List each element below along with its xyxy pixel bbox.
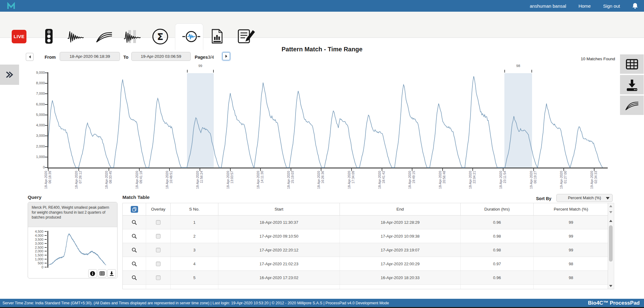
x-tick — [382, 168, 382, 171]
x-tick-label: 18-Apr-202006:18:39 — [44, 171, 52, 197]
col-header-duration[interactable]: Duration (hrs) — [461, 203, 534, 215]
x-tick-label: 18-Apr-202017:34:09 — [347, 171, 355, 197]
sign-out-link[interactable]: Sign out — [603, 3, 620, 9]
col-header-end[interactable]: End — [340, 203, 461, 215]
show-table-button[interactable] — [620, 54, 644, 74]
x-tick-label: 18-Apr-202022:04:21 — [468, 171, 476, 197]
y-tick — [45, 136, 47, 136]
module-toolbar: LIVE Σ — [0, 12, 644, 38]
download-icon — [109, 271, 114, 276]
right-arrow-icon — [225, 54, 228, 58]
signal-phases-icon[interactable] — [123, 30, 141, 44]
overlay-curves-button[interactable] — [620, 96, 644, 115]
server-info-text: Server Time Zone: India Standard Time (G… — [2, 301, 389, 305]
live-badge[interactable]: LIVE — [12, 30, 26, 43]
pages-value: 3/4 — [208, 55, 214, 60]
x-tick-label: 18-Apr-202016:26:36 — [317, 171, 325, 197]
from-label: From — [45, 55, 56, 60]
main-signal-chart[interactable] — [48, 73, 606, 168]
magnifier-icon — [132, 289, 137, 290]
row-zoom-cell[interactable] — [123, 285, 146, 289]
row-zoom-cell[interactable] — [123, 215, 146, 229]
x-tick — [200, 168, 200, 171]
status-lights-icon[interactable] — [45, 29, 53, 44]
cell-start: 17-Apr-2020 22:20:12 — [218, 243, 340, 257]
match-table: Overlay S No. Start End Duration (hrs) P… — [122, 203, 608, 289]
scrollbar-thumb[interactable] — [609, 225, 613, 262]
x-tick-label: 19-Apr-202001:27:00 — [559, 171, 567, 197]
status-bar: Server Time Zone: India Standard Time (G… — [0, 299, 644, 307]
grid-table-icon — [100, 271, 105, 276]
cell-percent-match: 99 — [534, 229, 608, 243]
cell-end — [340, 285, 461, 289]
y-tick-label: 3,000 — [27, 134, 45, 137]
row-zoom-cell[interactable] — [123, 229, 146, 243]
query-y-tick — [45, 247, 47, 248]
sort-by-value: Percent Match (%) — [568, 195, 601, 200]
scroll-up-icon[interactable] — [609, 220, 612, 222]
table-row: 516-Apr-2020 17:23:0216-Apr-2020 18:20:3… — [123, 271, 608, 285]
user-name[interactable]: anshuman bansal — [530, 3, 566, 9]
col-header-overlay[interactable]: Overlay — [146, 203, 171, 215]
matches-found-text: 10 Matches Found — [554, 57, 615, 61]
scroll-down-icon[interactable] — [609, 285, 612, 287]
download-icon — [626, 78, 638, 91]
cell-percent-match: 99 — [534, 243, 608, 257]
query-table-button[interactable] — [98, 269, 106, 278]
x-tick — [321, 168, 321, 171]
pattern-match-scope-icon[interactable] — [182, 30, 200, 43]
query-y-tick-label: 500 — [30, 261, 43, 265]
cell-end: 17-Apr-2020 22:00:29 — [340, 257, 461, 270]
x-tick-label: 18-Apr-202023:11:54 — [499, 171, 507, 197]
cell-end: 17-Apr-2020 10:09:38 — [340, 229, 461, 243]
overlay-checkbox[interactable] — [156, 275, 161, 280]
match-table-body: 118-Apr-2020 11:30:3718-Apr-2020 12:28:2… — [123, 215, 608, 289]
overlay-checkbox[interactable] — [156, 220, 161, 225]
query-y-tick-label: 4,500 — [30, 230, 43, 233]
row-zoom-cell[interactable] — [123, 257, 146, 270]
from-date-input[interactable]: 18-Apr-2020 06:18:39 — [60, 52, 120, 61]
match-percent-label: 99 — [194, 64, 206, 68]
report-document-icon[interactable] — [211, 29, 223, 44]
row-zoom-cell[interactable] — [123, 243, 146, 257]
query-y-tick-label: 0 — [30, 265, 43, 269]
col-header-percent-match[interactable]: Percent Match (%) — [534, 203, 608, 215]
cell-start: 18-Apr-2020 11:30:37 — [218, 215, 340, 229]
summation-icon[interactable]: Σ — [152, 28, 169, 45]
next-page-button[interactable] — [222, 52, 230, 60]
overlay-checkbox[interactable] — [156, 234, 161, 239]
batch-curves-icon[interactable] — [96, 30, 113, 43]
to-date-input[interactable]: 19-Apr-2020 03:06:59 — [131, 52, 191, 61]
col-header-start[interactable]: Start — [218, 203, 340, 215]
query-y-tick-label: 2,000 — [30, 249, 43, 253]
y-tick — [45, 146, 47, 147]
signal-trend-icon[interactable] — [67, 30, 84, 43]
expand-panel-button[interactable] — [0, 65, 19, 85]
col-header-s-no[interactable]: S No. — [171, 203, 218, 215]
query-download-button[interactable] — [107, 269, 116, 278]
double-chevron-right-icon — [5, 70, 14, 79]
notes-editor-icon[interactable] — [238, 29, 256, 44]
cell-s-no: 2 — [171, 229, 218, 243]
cell-end: 18-Apr-2020 12:28:29 — [340, 215, 461, 229]
x-tick-label: 18-Apr-202011:56:24 — [196, 171, 204, 197]
x-tick-label: 18-Apr-202013:03:57 — [226, 171, 234, 197]
notifications-bell-icon[interactable] — [632, 3, 638, 9]
y-tick-label: 7,000 — [27, 92, 45, 95]
overlay-checkbox[interactable] — [156, 289, 161, 290]
x-tick — [351, 168, 352, 171]
row-zoom-cell[interactable] — [123, 271, 146, 284]
query-info-button[interactable] — [88, 269, 97, 278]
match-region-marker — [504, 70, 505, 73]
sort-by-dropdown[interactable]: Percent Match (%) — [556, 194, 613, 202]
table-scrollbar[interactable] — [608, 203, 614, 289]
prev-page-button[interactable] — [26, 53, 34, 61]
copy-table-button[interactable] — [131, 206, 138, 213]
x-tick — [533, 168, 534, 171]
cell-start: 17-Apr-2020 09:10:50 — [218, 229, 340, 243]
overlay-checkbox[interactable] — [156, 262, 161, 266]
top-bar: anshuman bansal Home Sign out — [0, 0, 644, 12]
home-link[interactable]: Home — [578, 3, 591, 9]
download-results-button[interactable] — [620, 75, 644, 94]
overlay-checkbox[interactable] — [156, 248, 161, 252]
